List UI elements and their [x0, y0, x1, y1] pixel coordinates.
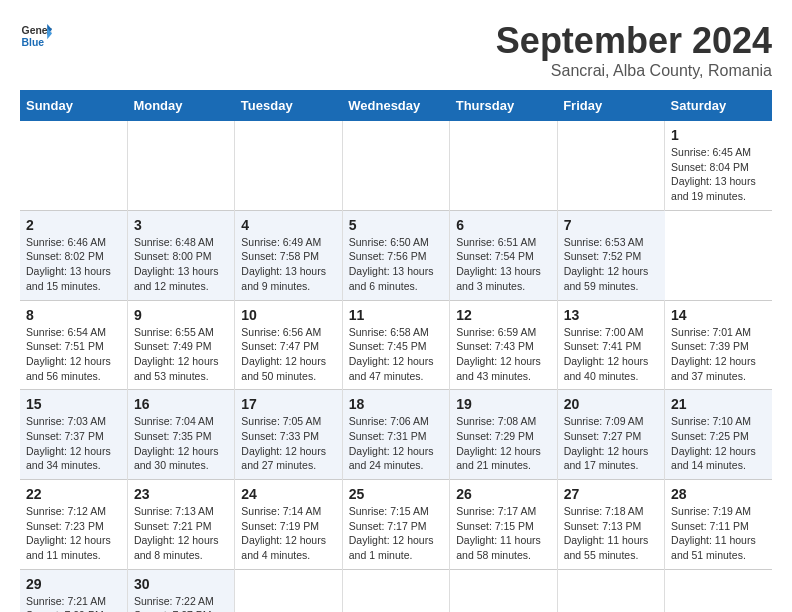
- header-row: Sunday Monday Tuesday Wednesday Thursday…: [20, 90, 772, 121]
- day-number: 2: [26, 217, 121, 233]
- sunset: Sunset: 7:15 PM: [456, 520, 534, 532]
- day-number: 29: [26, 576, 121, 592]
- day-info: Sunrise: 6:48 AM Sunset: 8:00 PM Dayligh…: [134, 235, 228, 294]
- day-number: 6: [456, 217, 550, 233]
- title-area: September 2024 Sancrai, Alba County, Rom…: [496, 20, 772, 80]
- sunset: Sunset: 7:45 PM: [349, 340, 427, 352]
- sunset: Sunset: 7:52 PM: [564, 250, 642, 262]
- sunrise: Sunrise: 7:22 AM: [134, 595, 214, 607]
- sunrise: Sunrise: 7:15 AM: [349, 505, 429, 517]
- day-number: 17: [241, 396, 335, 412]
- day-info: Sunrise: 6:56 AM Sunset: 7:47 PM Dayligh…: [241, 325, 335, 384]
- daylight: Daylight: 12 hours and 27 minutes.: [241, 445, 326, 472]
- sunset: Sunset: 7:21 PM: [134, 520, 212, 532]
- day-number: 25: [349, 486, 443, 502]
- calendar-cell: 16 Sunrise: 7:04 AM Sunset: 7:35 PM Dayl…: [127, 390, 234, 480]
- daylight: Daylight: 13 hours and 9 minutes.: [241, 265, 326, 292]
- sunset: Sunset: 7:35 PM: [134, 430, 212, 442]
- calendar-cell: 25 Sunrise: 7:15 AM Sunset: 7:17 PM Dayl…: [342, 480, 449, 570]
- day-number: 19: [456, 396, 550, 412]
- calendar-cell: 8 Sunrise: 6:54 AM Sunset: 7:51 PM Dayli…: [20, 300, 127, 390]
- calendar-cell: 30 Sunrise: 7:22 AM Sunset: 7:07 PM Dayl…: [127, 569, 234, 612]
- sunset: Sunset: 7:23 PM: [26, 520, 104, 532]
- daylight: Daylight: 12 hours and 59 minutes.: [564, 265, 649, 292]
- day-number: 5: [349, 217, 443, 233]
- day-number: 23: [134, 486, 228, 502]
- sunrise: Sunrise: 7:12 AM: [26, 505, 106, 517]
- calendar-cell: [557, 121, 664, 210]
- daylight: Daylight: 12 hours and 21 minutes.: [456, 445, 541, 472]
- day-info: Sunrise: 7:17 AM Sunset: 7:15 PM Dayligh…: [456, 504, 550, 563]
- calendar-cell: 4 Sunrise: 6:49 AM Sunset: 7:58 PM Dayli…: [235, 210, 342, 300]
- calendar-cell: 1 Sunrise: 6:45 AM Sunset: 8:04 PM Dayli…: [665, 121, 772, 210]
- sunset: Sunset: 7:39 PM: [671, 340, 749, 352]
- sunset: Sunset: 7:49 PM: [134, 340, 212, 352]
- daylight: Daylight: 11 hours and 55 minutes.: [564, 534, 649, 561]
- calendar-week-6: 29 Sunrise: 7:21 AM Sunset: 7:09 PM Dayl…: [20, 569, 772, 612]
- calendar-cell: 21 Sunrise: 7:10 AM Sunset: 7:25 PM Dayl…: [665, 390, 772, 480]
- sunrise: Sunrise: 6:45 AM: [671, 146, 751, 158]
- calendar-cell: 3 Sunrise: 6:48 AM Sunset: 8:00 PM Dayli…: [127, 210, 234, 300]
- calendar-cell: 20 Sunrise: 7:09 AM Sunset: 7:27 PM Dayl…: [557, 390, 664, 480]
- calendar-week-4: 15 Sunrise: 7:03 AM Sunset: 7:37 PM Dayl…: [20, 390, 772, 480]
- daylight: Daylight: 13 hours and 6 minutes.: [349, 265, 434, 292]
- sunrise: Sunrise: 7:03 AM: [26, 415, 106, 427]
- daylight: Daylight: 12 hours and 17 minutes.: [564, 445, 649, 472]
- sunset: Sunset: 7:47 PM: [241, 340, 319, 352]
- calendar-cell: [665, 569, 772, 612]
- day-info: Sunrise: 6:54 AM Sunset: 7:51 PM Dayligh…: [26, 325, 121, 384]
- calendar-week-5: 22 Sunrise: 7:12 AM Sunset: 7:23 PM Dayl…: [20, 480, 772, 570]
- sunset: Sunset: 7:17 PM: [349, 520, 427, 532]
- sunrise: Sunrise: 6:55 AM: [134, 326, 214, 338]
- sunset: Sunset: 8:02 PM: [26, 250, 104, 262]
- sunset: Sunset: 7:31 PM: [349, 430, 427, 442]
- sunset: Sunset: 7:58 PM: [241, 250, 319, 262]
- sunset: Sunset: 7:27 PM: [564, 430, 642, 442]
- day-info: Sunrise: 7:08 AM Sunset: 7:29 PM Dayligh…: [456, 414, 550, 473]
- sunset: Sunset: 7:11 PM: [671, 520, 749, 532]
- logo: General Blue: [20, 20, 52, 52]
- calendar-cell: 5 Sunrise: 6:50 AM Sunset: 7:56 PM Dayli…: [342, 210, 449, 300]
- sunset: Sunset: 7:56 PM: [349, 250, 427, 262]
- day-number: 18: [349, 396, 443, 412]
- day-number: 3: [134, 217, 228, 233]
- sunrise: Sunrise: 6:54 AM: [26, 326, 106, 338]
- day-number: 24: [241, 486, 335, 502]
- calendar-cell: [450, 121, 557, 210]
- day-number: 21: [671, 396, 766, 412]
- sunset: Sunset: 7:54 PM: [456, 250, 534, 262]
- sunrise: Sunrise: 6:56 AM: [241, 326, 321, 338]
- daylight: Daylight: 12 hours and 50 minutes.: [241, 355, 326, 382]
- sunrise: Sunrise: 6:49 AM: [241, 236, 321, 248]
- daylight: Daylight: 12 hours and 8 minutes.: [134, 534, 219, 561]
- calendar-cell: 14 Sunrise: 7:01 AM Sunset: 7:39 PM Dayl…: [665, 300, 772, 390]
- daylight: Daylight: 12 hours and 56 minutes.: [26, 355, 111, 382]
- calendar-cell: [20, 121, 127, 210]
- sunset: Sunset: 7:43 PM: [456, 340, 534, 352]
- sunset: Sunset: 7:29 PM: [456, 430, 534, 442]
- calendar-cell: 7 Sunrise: 6:53 AM Sunset: 7:52 PM Dayli…: [557, 210, 664, 300]
- daylight: Daylight: 12 hours and 40 minutes.: [564, 355, 649, 382]
- daylight: Daylight: 12 hours and 30 minutes.: [134, 445, 219, 472]
- day-number: 16: [134, 396, 228, 412]
- sunset: Sunset: 7:41 PM: [564, 340, 642, 352]
- daylight: Daylight: 12 hours and 4 minutes.: [241, 534, 326, 561]
- day-number: 20: [564, 396, 658, 412]
- daylight: Daylight: 12 hours and 1 minute.: [349, 534, 434, 561]
- day-info: Sunrise: 6:58 AM Sunset: 7:45 PM Dayligh…: [349, 325, 443, 384]
- daylight: Daylight: 13 hours and 19 minutes.: [671, 175, 756, 202]
- daylight: Daylight: 13 hours and 3 minutes.: [456, 265, 541, 292]
- day-number: 22: [26, 486, 121, 502]
- day-number: 11: [349, 307, 443, 323]
- day-number: 13: [564, 307, 658, 323]
- calendar-week-2: 2 Sunrise: 6:46 AM Sunset: 8:02 PM Dayli…: [20, 210, 772, 300]
- calendar-cell: 26 Sunrise: 7:17 AM Sunset: 7:15 PM Dayl…: [450, 480, 557, 570]
- page-header: General Blue September 2024 Sancrai, Alb…: [20, 20, 772, 80]
- calendar-cell: 28 Sunrise: 7:19 AM Sunset: 7:11 PM Dayl…: [665, 480, 772, 570]
- sunrise: Sunrise: 7:17 AM: [456, 505, 536, 517]
- day-info: Sunrise: 6:45 AM Sunset: 8:04 PM Dayligh…: [671, 145, 766, 204]
- day-info: Sunrise: 6:59 AM Sunset: 7:43 PM Dayligh…: [456, 325, 550, 384]
- day-info: Sunrise: 6:55 AM Sunset: 7:49 PM Dayligh…: [134, 325, 228, 384]
- calendar-cell: 19 Sunrise: 7:08 AM Sunset: 7:29 PM Dayl…: [450, 390, 557, 480]
- day-number: 15: [26, 396, 121, 412]
